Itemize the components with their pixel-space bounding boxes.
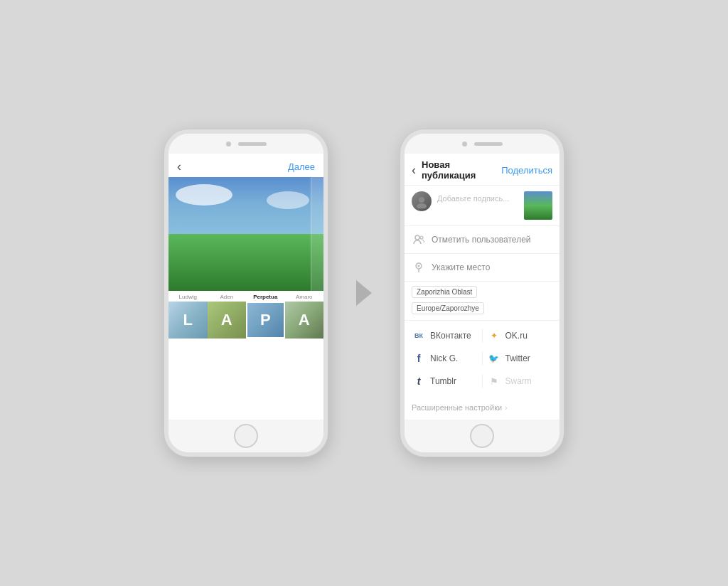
social-vkontakte[interactable]: ВКонтакте	[412, 325, 478, 346]
svg-point-0	[419, 197, 424, 203]
social-swarm-label: Swarm	[505, 376, 532, 386]
svg-point-5	[418, 265, 420, 267]
field	[168, 234, 323, 291]
phone-bottom-1	[168, 420, 323, 452]
camera-2	[462, 142, 467, 146]
location-label: Укажите место	[432, 262, 490, 272]
filter-letter-ludwig: L	[183, 311, 193, 329]
p2-header: ‹ Новая публикация Поделиться	[405, 154, 560, 186]
image-strip	[311, 177, 323, 291]
svg-point-2	[415, 235, 419, 240]
social-tumblr[interactable]: Tumblr	[412, 371, 478, 392]
advanced-settings-label: Расширенные настройки	[412, 403, 502, 412]
p2-caption-row: Добавьте подпись...	[405, 186, 560, 226]
location-tag-europe[interactable]: Europe/Zaporozhye	[412, 302, 484, 314]
svg-point-1	[417, 203, 427, 208]
phone-1: ‹ Далее Ludwig Aden Perpetua Amaro	[164, 129, 328, 457]
twitter-icon	[487, 351, 501, 366]
social-row-2: Nick G. Twitter	[412, 348, 552, 369]
phone-bottom-2	[405, 420, 560, 452]
clouds-1	[176, 184, 232, 206]
tag-users-label: Отметить пользователей	[432, 235, 531, 245]
filter-thumb-ludwig[interactable]: L	[168, 302, 208, 339]
scene: ‹ Далее Ludwig Aden Perpetua Amaro	[164, 129, 564, 457]
swarm-icon	[487, 374, 501, 388]
clouds-2	[267, 191, 309, 209]
p2-social-grid: ВКонтакте OK.ru Nick G.	[405, 321, 560, 398]
screen-2: ‹ Новая публикация Поделиться Добавьте п…	[405, 154, 560, 420]
phone-2: ‹ Новая публикация Поделиться Добавьте п…	[400, 129, 564, 457]
p2-avatar	[412, 191, 432, 211]
p2-back-button[interactable]: ‹	[412, 163, 416, 178]
p2-location-row[interactable]: Укажите место	[405, 254, 560, 282]
social-row-3: Tumblr Swarm	[412, 371, 552, 392]
p2-share-button[interactable]: Поделиться	[501, 165, 552, 176]
filter-thumbs: L A P A	[168, 302, 323, 339]
social-okru-label: OK.ru	[505, 331, 528, 341]
next-arrow-icon	[356, 280, 372, 306]
filter-letter-amaro: A	[299, 311, 310, 329]
social-nickg-label: Nick G.	[430, 353, 458, 363]
filter-thumb-perpetua[interactable]: P	[246, 302, 285, 339]
tag-users-icon	[412, 233, 426, 247]
p2-image-thumbnail	[524, 191, 552, 220]
social-twitter[interactable]: Twitter	[487, 348, 553, 369]
p2-tag-users-row[interactable]: Отметить пользователей	[405, 226, 560, 254]
fb-icon	[412, 351, 426, 366]
social-swarm: Swarm	[487, 371, 553, 392]
vk-icon	[412, 329, 426, 343]
p2-title: Новая публикация	[422, 159, 498, 181]
social-tumblr-label: Tumblr	[430, 376, 456, 386]
filter-label-amaro[interactable]: Amaro	[285, 294, 324, 300]
ok-icon	[487, 329, 501, 343]
social-twitter-label: Twitter	[505, 353, 530, 363]
arrow-container	[356, 280, 372, 306]
filter-letter-aden: A	[221, 311, 232, 329]
filter-letter-perpetua: P	[260, 311, 271, 329]
p1-back-button[interactable]: ‹	[177, 159, 181, 174]
p1-header: ‹ Далее	[168, 154, 323, 177]
p2-advanced-settings[interactable]: Расширенные настройки ›	[405, 398, 560, 417]
tumblr-icon	[412, 374, 426, 388]
speaker-2	[474, 142, 503, 146]
social-divider-2	[482, 351, 483, 366]
filter-label-aden[interactable]: Aden	[208, 294, 247, 300]
social-nickg[interactable]: Nick G.	[412, 348, 478, 369]
social-okru[interactable]: OK.ru	[487, 325, 553, 346]
filter-thumb-amaro[interactable]: A	[285, 302, 324, 339]
p1-next-button[interactable]: Далее	[288, 161, 315, 172]
filter-labels: Ludwig Aden Perpetua Amaro	[168, 291, 323, 302]
phone-top-2	[405, 134, 560, 154]
screen-1: ‹ Далее Ludwig Aden Perpetua Amaro	[168, 154, 323, 420]
social-row-1: ВКонтакте OK.ru	[412, 325, 552, 346]
filter-thumb-aden[interactable]: A	[208, 302, 247, 339]
speaker-1	[238, 142, 267, 146]
p2-location-tags: Zaporizhia Oblast Europe/Zaporozhye	[405, 282, 560, 321]
p2-caption-placeholder[interactable]: Добавьте подпись...	[437, 191, 518, 203]
phone-top-1	[168, 134, 323, 154]
svg-point-3	[420, 236, 423, 239]
location-icon	[412, 260, 426, 275]
home-button-2[interactable]	[470, 424, 494, 448]
filter-label-perpetua[interactable]: Perpetua	[246, 294, 285, 300]
location-tag-zaporizhia[interactable]: Zaporizhia Oblast	[412, 286, 477, 298]
camera-1	[226, 142, 231, 146]
filter-label-ludwig[interactable]: Ludwig	[168, 294, 208, 300]
home-button-1[interactable]	[234, 424, 258, 448]
social-vkontakte-label: ВКонтакте	[430, 331, 471, 341]
social-divider-3	[482, 374, 483, 388]
social-divider-1	[482, 329, 483, 343]
p1-image	[168, 177, 323, 291]
advanced-chevron-icon: ›	[505, 403, 508, 412]
